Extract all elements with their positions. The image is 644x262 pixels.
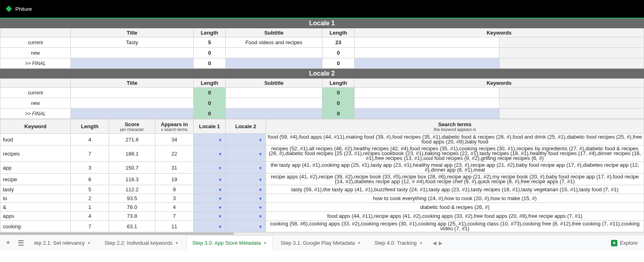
tab-scroll-arrows[interactable]: ◀▶: [433, 240, 442, 246]
add-sheet-button[interactable]: +: [2, 237, 14, 249]
cell-keywords[interactable]: [355, 37, 500, 48]
chevron-right-icon[interactable]: ▶: [439, 240, 442, 246]
col-keywords: Keywords: [355, 79, 644, 88]
kw-cell-locale2-dropdown[interactable]: ▼: [226, 212, 266, 221]
kw-cell-score: 150.7: [109, 162, 155, 174]
kw-cell-appears: 34: [155, 134, 194, 145]
kw-cell-locale2-dropdown[interactable]: ▼: [226, 221, 266, 232]
kw-cell-name[interactable]: apps: [0, 212, 71, 221]
cell-len1: 0: [194, 88, 226, 98]
cell-keywords[interactable]: [355, 58, 500, 69]
cell-title[interactable]: [71, 98, 194, 108]
kw-cell-length: 6: [71, 174, 109, 185]
cell-keywords[interactable]: [355, 108, 500, 119]
kw-cell-locale2-dropdown[interactable]: ▼: [226, 203, 266, 212]
kw-col-l1: Locale 1: [194, 119, 226, 134]
keyword-table: Keyword Length Scoreper character Appear…: [0, 119, 644, 232]
kw-cell-name[interactable]: tasty: [0, 185, 71, 194]
col-len2: Length: [322, 79, 355, 88]
cell-subtitle[interactable]: [226, 58, 322, 69]
cell-keywords[interactable]: [355, 48, 500, 58]
kw-cell-locale1-dropdown[interactable]: ▼: [194, 203, 226, 212]
cell-subtitle[interactable]: [226, 98, 322, 108]
cell-title[interactable]: [71, 108, 194, 119]
kw-cell-locale1-dropdown[interactable]: ▼: [194, 194, 226, 203]
kw-cell-appears: 22: [155, 145, 194, 162]
logo-icon: [6, 6, 12, 12]
cell-title[interactable]: [71, 88, 194, 98]
cell-subtitle[interactable]: Food videos and recipes: [226, 37, 322, 48]
chevron-down-icon: ▼: [258, 225, 262, 229]
kw-cell-name[interactable]: app: [0, 162, 71, 174]
kw-cell-locale2-dropdown[interactable]: ▼: [226, 194, 266, 203]
col-title: Title: [71, 29, 194, 37]
kw-cell-length: 1: [71, 203, 109, 212]
cell-subtitle[interactable]: [226, 88, 322, 98]
kw-cell-name[interactable]: cooking: [0, 221, 71, 232]
kw-cell-name[interactable]: recipes: [0, 145, 71, 162]
chevron-down-icon: ▼: [218, 196, 222, 201]
cell-subtitle[interactable]: [226, 108, 322, 119]
kw-cell-locale1-dropdown[interactable]: ▼: [194, 221, 226, 232]
brand-name: Phiture: [15, 6, 32, 12]
kw-cell-appears: 3: [155, 194, 194, 203]
col-keywords: Keywords: [355, 29, 644, 37]
kw-cell-locale1-dropdown[interactable]: ▼: [194, 145, 226, 162]
kw-cell-terms: tasty (59, #1),the tasty app (41, #1),bu…: [266, 185, 644, 194]
chevron-down-icon: ▼: [218, 178, 222, 182]
cell-edge: [499, 48, 644, 58]
cell-len2: 0: [322, 48, 355, 58]
kw-cell-name[interactable]: to: [0, 194, 71, 203]
kw-cell-terms: recipes (52, #1),all recipes (46, #2),he…: [266, 145, 644, 162]
cell-title[interactable]: Tasty: [71, 37, 194, 48]
cell-title[interactable]: [71, 48, 194, 58]
kw-cell-score: 73.8: [109, 212, 155, 221]
chevron-left-icon[interactable]: ◀: [433, 240, 436, 246]
tab-step-3-1[interactable]: Step 3.1: Google Play Metadata▼: [275, 235, 367, 251]
kw-cell-locale1-dropdown[interactable]: ▼: [194, 212, 226, 221]
chevron-down-icon: ▼: [258, 166, 262, 170]
col-len2: Length: [322, 29, 355, 37]
kw-cell-locale2-dropdown[interactable]: ▼: [226, 185, 266, 194]
kw-cell-locale1-dropdown[interactable]: ▼: [194, 134, 226, 145]
kw-cell-appears: 4: [155, 203, 194, 212]
kw-cell-locale2-dropdown[interactable]: ▼: [226, 145, 266, 162]
kw-cell-name[interactable]: recipe: [0, 174, 71, 185]
kw-cell-terms: diabetic food & recipes (26, #): [266, 203, 644, 212]
cell-len2: 0: [322, 58, 355, 69]
cell-len2: 0: [322, 98, 355, 108]
cell-subtitle[interactable]: [226, 48, 322, 58]
col-len1: Length: [194, 29, 226, 37]
kw-cell-length: 7: [71, 145, 109, 162]
kw-cell-locale2-dropdown[interactable]: ▼: [226, 174, 266, 185]
kw-cell-appears: 31: [155, 162, 194, 174]
kw-cell-locale1-dropdown[interactable]: ▼: [194, 174, 226, 185]
cell-keywords[interactable]: [355, 88, 500, 98]
all-sheets-button[interactable]: ☰: [15, 237, 27, 249]
chevron-down-icon: ▼: [218, 138, 222, 142]
chevron-down-icon: ▼: [218, 214, 222, 219]
kw-cell-locale2-dropdown[interactable]: ▼: [226, 162, 266, 174]
tab-step-2-1[interactable]: tep 2.1: Set relevancy▼: [28, 235, 97, 251]
kw-cell-locale1-dropdown[interactable]: ▼: [194, 162, 226, 174]
kw-cell-appears: 9: [155, 185, 194, 194]
tab-step-4-0[interactable]: Step 4.0: Tracking▼: [368, 235, 429, 251]
tab-step-2-2[interactable]: Step 2.2: Individual keywords▼: [99, 235, 185, 251]
cell-len1: 5: [194, 37, 226, 48]
kw-cell-locale1-dropdown[interactable]: ▼: [194, 185, 226, 194]
chevron-down-icon: ▼: [175, 241, 179, 245]
row-label-final: >> FINAL: [0, 58, 71, 69]
cell-len2: 23: [322, 37, 355, 48]
chevron-down-icon: ▼: [258, 188, 262, 192]
tab-step-3-0[interactable]: Step 3.0: App Store Metadata▼: [186, 235, 273, 251]
col-blank: [0, 29, 71, 37]
cell-keywords[interactable]: [355, 98, 500, 108]
kw-col-score: Scoreper character: [109, 119, 155, 134]
kw-cell-score: 188.1: [109, 145, 155, 162]
kw-cell-name[interactable]: &: [0, 203, 71, 212]
kw-cell-name[interactable]: food: [0, 134, 71, 145]
cell-title[interactable]: [71, 58, 194, 69]
kw-cell-locale2-dropdown[interactable]: ▼: [226, 134, 266, 145]
explore-button[interactable]: ✦ Explore: [611, 240, 642, 246]
col-blank: [0, 79, 71, 88]
